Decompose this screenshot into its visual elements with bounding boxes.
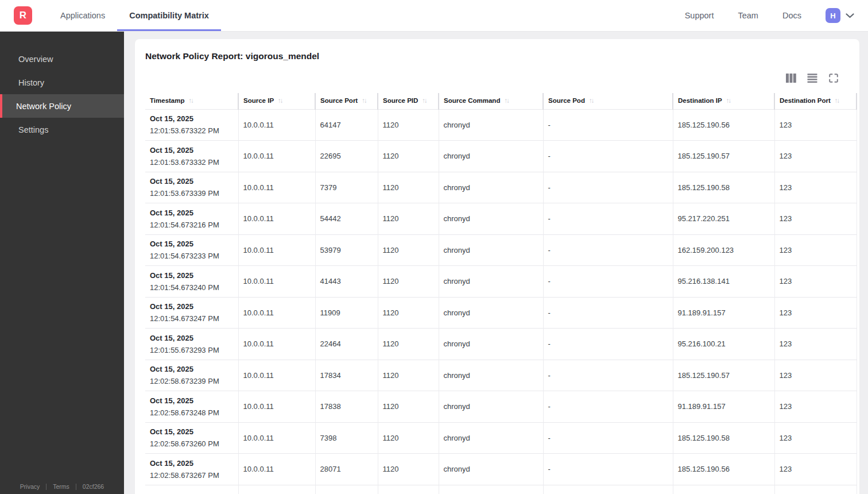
cell-destination-port: 123 <box>774 172 857 203</box>
nav-link-support[interactable]: Support <box>685 11 714 20</box>
main-content: Network Policy Report: vigorous_mendel <box>124 32 868 494</box>
sidebar: OverviewHistoryNetwork PolicySettings Pr… <box>0 32 124 494</box>
cell-source-port: 41443 <box>315 266 378 298</box>
cell-timestamp: Oct 15, 202512:01:53.673332 PM <box>145 141 238 172</box>
timestamp-time: 12:02:58.673239 PM <box>150 375 236 387</box>
cell-destination-port: 123 <box>774 141 857 172</box>
cell-source-pid <box>378 485 439 494</box>
cell-source-port <box>315 485 378 494</box>
timestamp-time: 12:01:54.673247 PM <box>150 312 236 325</box>
cell-source-command: chronyd <box>439 391 543 423</box>
secondary-nav-links: SupportTeamDocs <box>685 11 801 20</box>
cell-source-pid: 1120 <box>378 454 439 485</box>
rows-icon[interactable] <box>807 74 817 83</box>
cell-destination-port: 123 <box>774 422 857 454</box>
column-label: Source Port <box>320 97 358 104</box>
privacy-link[interactable]: Privacy <box>20 483 40 490</box>
timestamp-time: 12:02:58.673260 PM <box>150 438 236 450</box>
cell-source-pid: 1120 <box>378 234 439 266</box>
column-header-destination-port[interactable]: Destination Port↑↓ <box>774 93 857 109</box>
column-header-source-port[interactable]: Source Port↑↓ <box>315 93 378 109</box>
cell-destination-port: 123 <box>774 329 857 360</box>
cell-destination-ip: 95.217.220.251 <box>673 203 774 235</box>
cell-source-pod: - <box>543 109 673 141</box>
cell-source-pod: - <box>543 234 673 266</box>
table-row: Oct 15, 202512:01:53.673332 PM10.0.0.112… <box>145 141 857 172</box>
column-label: Timestamp <box>150 97 185 104</box>
cell-source-port: 7398 <box>315 422 378 454</box>
cell-source-command: chronyd <box>439 266 543 298</box>
timestamp-date: Oct 15, 2025 <box>150 395 236 407</box>
timestamp-time: 12:01:53.673332 PM <box>150 156 236 168</box>
terms-link[interactable]: Terms <box>53 483 69 490</box>
cell-destination-port: 123 <box>774 391 857 423</box>
cell-timestamp: Oct 15, 202512:01:53.673322 PM <box>145 109 238 141</box>
cell-source-pid: 1120 <box>378 109 439 141</box>
cell-timestamp: Oct 15, 2025 <box>145 485 238 494</box>
user-menu[interactable]: H <box>826 8 854 23</box>
sidebar-item-network-policy[interactable]: Network Policy <box>0 94 124 118</box>
nav-link-team[interactable]: Team <box>738 11 758 20</box>
column-header-source-pod[interactable]: Source Pod↑↓ <box>543 93 673 109</box>
cell-destination-ip: 185.125.190.57 <box>673 360 774 391</box>
cell-timestamp: Oct 15, 202512:02:58.673248 PM <box>145 391 238 423</box>
chevron-down-icon[interactable] <box>846 13 854 18</box>
footer-divider <box>76 484 76 490</box>
footer-divider <box>46 484 46 490</box>
cell-destination-ip: 91.189.91.157 <box>673 391 774 423</box>
cell-source-pid: 1120 <box>378 266 439 298</box>
avatar[interactable]: H <box>826 8 840 23</box>
table-row: Oct 15, 202512:01:54.673233 PM10.0.0.115… <box>145 234 857 266</box>
cell-source-ip: 10.0.0.11 <box>238 109 315 141</box>
timestamp-date: Oct 15, 2025 <box>150 144 236 156</box>
cell-source-port: 53979 <box>315 234 378 266</box>
timestamp-date: Oct 15, 2025 <box>150 207 236 219</box>
column-header-source-ip[interactable]: Source IP↑↓ <box>238 93 315 109</box>
cell-source-command: chronyd <box>439 203 543 235</box>
cell-source-pid: 1120 <box>378 391 439 423</box>
table-row: Oct 15, 202512:01:54.673240 PM10.0.0.114… <box>145 266 857 298</box>
timestamp-time: 12:01:54.673233 PM <box>150 250 236 262</box>
tab-applications[interactable]: Applications <box>48 0 117 31</box>
column-header-source-pid[interactable]: Source PID↑↓ <box>378 93 439 109</box>
cell-source-pid: 1120 <box>378 172 439 203</box>
cell-destination-ip: 162.159.200.123 <box>673 234 774 266</box>
sidebar-item-settings[interactable]: Settings <box>0 118 124 141</box>
tab-compatibility-matrix[interactable]: Compatibility Matrix <box>117 0 221 31</box>
column-header-source-command[interactable]: Source Command↑↓ <box>439 93 543 109</box>
cell-source-command: chronyd <box>439 234 543 266</box>
cell-source-command: chronyd <box>439 297 543 329</box>
cell-destination-port: 123 <box>774 109 857 141</box>
cell-source-port: 11909 <box>315 297 378 329</box>
table-row: Oct 15, 202512:01:55.673293 PM10.0.0.112… <box>145 329 857 360</box>
cell-source-ip: 10.0.0.11 <box>238 360 315 391</box>
column-label: Source PID <box>383 97 418 104</box>
columns-icon[interactable] <box>786 74 796 83</box>
nav-link-docs[interactable]: Docs <box>782 11 801 20</box>
cell-destination-port: 123 <box>774 360 857 391</box>
cell-destination-ip: 95.216.138.141 <box>673 266 774 298</box>
timestamp-date: Oct 15, 2025 <box>150 332 236 344</box>
column-header-timestamp[interactable]: Timestamp↑↓ <box>145 93 238 109</box>
cell-source-port: 7379 <box>315 172 378 203</box>
timestamp-time: 12:01:53.673339 PM <box>150 187 236 199</box>
timestamp-date: Oct 15, 2025 <box>150 238 236 250</box>
sort-icon: ↑↓ <box>835 97 839 104</box>
fullscreen-icon[interactable] <box>828 73 839 83</box>
cell-destination-port <box>774 485 857 494</box>
cell-timestamp: Oct 15, 202512:02:58.673260 PM <box>145 422 238 454</box>
cell-timestamp: Oct 15, 202512:02:58.673239 PM <box>145 360 238 391</box>
sidebar-item-history[interactable]: History <box>0 71 124 94</box>
sidebar-item-overview[interactable]: Overview <box>0 47 124 71</box>
app-logo[interactable]: R <box>14 6 32 25</box>
timestamp-time: 12:01:54.673240 PM <box>150 281 236 294</box>
table-row: Oct 15, 202512:02:58.673248 PM10.0.0.111… <box>145 391 857 423</box>
table-row: Oct 15, 202512:01:53.673322 PM10.0.0.116… <box>145 109 857 141</box>
column-header-destination-ip[interactable]: Destination IP↑↓ <box>673 93 774 109</box>
table-row: Oct 15, 202512:01:54.673216 PM10.0.0.115… <box>145 203 857 235</box>
cell-timestamp: Oct 15, 202512:01:54.673233 PM <box>145 234 238 266</box>
cell-timestamp: Oct 15, 202512:01:54.673216 PM <box>145 203 238 235</box>
cell-source-port: 22464 <box>315 329 378 360</box>
cell-source-command: chronyd <box>439 422 543 454</box>
cell-source-ip: 10.0.0.11 <box>238 422 315 454</box>
